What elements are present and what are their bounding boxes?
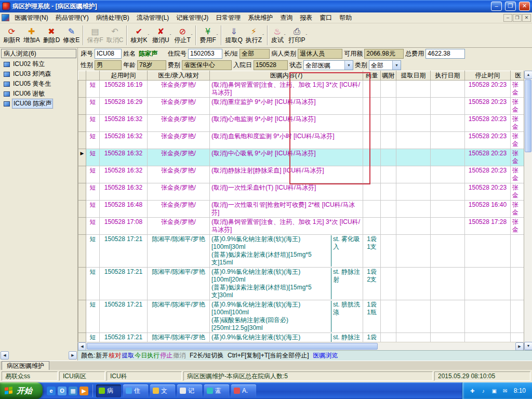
- order-row[interactable]: 短150528 16:32张金炎/罗艳/(取消)静脉注射[静脉采血] [ICU科…: [78, 166, 524, 183]
- menu-item[interactable]: 病情处理(B): [92, 12, 133, 23]
- refresh-button[interactable]: ⟳刷新R: [2, 24, 22, 47]
- dropdown-arrow-icon[interactable]: ˇ: [148, 33, 149, 38]
- volume-icon[interactable]: ♪: [480, 387, 487, 395]
- horizontal-scroll-thumb[interactable]: [87, 343, 378, 350]
- dropdown-arrow-icon[interactable]: ˇ: [191, 33, 193, 38]
- taskbar-window-button[interactable]: 记: [177, 384, 202, 397]
- stop-time-cell: 150528 20:23: [465, 166, 511, 183]
- order-row[interactable]: 短150528 16:32张金炎/罗艳/(取消)一次性采血针(T) [ICU科/…: [78, 183, 524, 201]
- menu-item[interactable]: 帮助: [336, 12, 355, 23]
- menu-item[interactable]: 查询: [276, 12, 296, 23]
- dropdown-arrow-icon[interactable]: ˇ: [284, 33, 286, 38]
- fee-button[interactable]: ¥费用Fˇ: [198, 24, 219, 47]
- sidebar-item-patient[interactable]: ICU08 陈家声: [0, 99, 77, 109]
- orders-browse-link[interactable]: 医嘱浏览: [310, 351, 338, 360]
- taskbar-window-button[interactable]: 文: [150, 384, 175, 397]
- menu-item[interactable]: 日常管理: [212, 12, 244, 23]
- dropdown-arrow-icon[interactable]: ˇ: [170, 33, 171, 38]
- chevron-down-icon[interactable]: ▼: [344, 61, 353, 70]
- order-row[interactable]: 短150528 16:19张金炎/罗艳/(取消)鼻饲管置管[注食、注药、加收 1…: [78, 81, 524, 98]
- order-row[interactable]: ▶短150528 16:32张金炎/罗艳/(取消)中心吸氧 9*小时 [ICU科…: [78, 149, 524, 166]
- scroll-left-icon[interactable]: ◀: [78, 342, 86, 351]
- ie-icon[interactable]: e: [47, 387, 56, 395]
- tab-ward-orders[interactable]: 病区医嘱维护: [2, 361, 49, 370]
- delete-button[interactable]: ✖删除D: [42, 24, 62, 47]
- order-row[interactable]: 短150528 16:48张金炎/罗艳/(取消)一次性吸引管[抢救时可收费] 2…: [78, 201, 524, 218]
- scroll-up-icon[interactable]: ▲: [524, 71, 532, 79]
- bed-input[interactable]: ICU08: [95, 49, 122, 59]
- minimize-button[interactable]: –: [491, 2, 502, 11]
- menu-item[interactable]: 报表: [296, 12, 316, 23]
- taskbar-window-button[interactable]: 病: [96, 384, 121, 397]
- add-button[interactable]: ✚增加A: [22, 24, 42, 47]
- extract-button[interactable]: ⇓提取Q: [223, 24, 244, 47]
- message-icon[interactable]: ✉: [501, 387, 509, 395]
- show-desktop-icon[interactable]: ▦: [69, 387, 77, 395]
- mdi-restore-button[interactable]: ❐: [513, 14, 522, 22]
- taskbar-window-button[interactable]: A.: [231, 384, 256, 397]
- status-select[interactable]: 全部医嘱 ▼: [303, 60, 353, 70]
- antivirus-icon[interactable]: ✚: [469, 387, 476, 395]
- dropdown-arrow-icon[interactable]: ˇ: [217, 33, 218, 38]
- horizontal-scrollbar[interactable]: ◀ ▶: [78, 342, 524, 350]
- scroll-left-icon[interactable]: ◀: [1, 351, 9, 360]
- menu-item[interactable]: 窗口: [316, 12, 336, 23]
- skintest-button[interactable]: ♨皮试ˇ: [270, 24, 287, 47]
- verify-button[interactable]: ✔核对Kˇ: [129, 24, 151, 47]
- close-button[interactable]: ✕: [519, 2, 530, 11]
- outlook-icon[interactable]: O: [58, 387, 66, 395]
- undo-button[interactable]: ✘撤消Uˇ: [151, 24, 172, 47]
- total-fee-input[interactable]: 4622.38: [425, 49, 465, 59]
- order-row[interactable]: 短150528 17:21陈湘平/陈湘平/罗艳(基)0.9%氯化钠注射液(软)(…: [78, 268, 524, 300]
- order-row[interactable]: 短150528 17:21陈湘平/陈湘平/罗艳(基)0.9%氯化钠注射液(软)(…: [78, 235, 524, 268]
- usage-text: st. 雾化吸入: [331, 235, 361, 267]
- dropdown-arrow-icon[interactable]: ˇ: [306, 33, 308, 38]
- network-icon[interactable]: ▣: [490, 387, 498, 395]
- dose-cell: [363, 201, 381, 218]
- order-row[interactable]: 短150528 16:32张金炎/罗艳/(取消)心电监测 9*小时 [ICU科/…: [78, 115, 524, 132]
- taskbar-window-button[interactable]: 蓝: [204, 384, 229, 397]
- type-select[interactable]: 全部 ▼: [369, 60, 401, 70]
- order-row[interactable]: 短150528 16:32张金炎/罗艳/(取消)血氧饱和度监测 9*小时 [IC…: [78, 132, 524, 149]
- taskbar-window-button[interactable]: 住: [123, 384, 148, 397]
- scroll-right-icon[interactable]: ▶: [69, 351, 77, 360]
- edit-button[interactable]: ✎修改E: [61, 24, 81, 47]
- stop-doctor-cell: [511, 268, 524, 300]
- sidebar-item-patient[interactable]: ICU02 韩立: [0, 59, 77, 69]
- sidebar-horizontal-scrollbar[interactable]: ◀ ▶: [0, 350, 78, 361]
- stop-doctor-cell: 张金: [511, 183, 524, 201]
- menu-item[interactable]: 记账管理(J): [172, 12, 212, 23]
- maximize-button[interactable]: ❐: [505, 2, 516, 11]
- start-button[interactable]: 开始: [0, 382, 43, 399]
- menu-item[interactable]: 系统维护: [244, 12, 276, 23]
- sidebar-item-patient[interactable]: ICU03 郑鸿森: [0, 69, 77, 79]
- row-marker: [78, 98, 86, 115]
- admission-no-input[interactable]: 1502053: [188, 49, 222, 59]
- dropdown-arrow-icon[interactable]: ˇ: [262, 33, 264, 38]
- order-row[interactable]: 短150528 17:21陈湘平/陈湘平/罗艳(基)0.9%氯化钠注射液(软)(…: [78, 333, 524, 342]
- execute-button[interactable]: ⚡执行Zˇ: [244, 24, 265, 47]
- menu-item[interactable]: 医嘱管理(N): [11, 12, 52, 23]
- usage-text: st. 静脉注射 微量泵: [331, 334, 361, 342]
- menu-item[interactable]: 药品管理(Y): [52, 12, 92, 23]
- start-time-cell: 150528 16:29: [100, 98, 148, 115]
- sidebar-item-patient[interactable]: ICU06 谢敏: [0, 89, 77, 99]
- chevron-down-icon[interactable]: ▼: [392, 61, 401, 70]
- toolbar-button-label: 执行Z: [246, 36, 262, 44]
- patient-list: ICU02 韩立ICU03 郑鸿森ICU05 黄冬生ICU06 谢敏ICU08 …: [0, 59, 77, 109]
- stop-button[interactable]: ⊘停止Tˇ: [172, 24, 194, 47]
- vertical-scroll-thumb[interactable]: [525, 79, 531, 152]
- media-player-icon[interactable]: ▶: [79, 387, 88, 395]
- drug-line: (取消)一次性采血针(T) [ICU科/马冰芬]: [211, 184, 361, 192]
- sidebar-item-patient[interactable]: ICU05 黄冬生: [0, 79, 77, 89]
- mdi-close-button[interactable]: ✕: [522, 14, 531, 22]
- order-row[interactable]: 短150528 17:21陈湘平/陈湘平/罗艳(基)0.9%氯化钠注射液(软)(…: [78, 300, 524, 333]
- print-button[interactable]: ⎙打印Pˇ: [287, 24, 309, 47]
- order-row[interactable]: 短150528 16:29张金炎/罗艳/(取消)重症监护 9*小时 [ICU科/…: [78, 98, 524, 115]
- menu-item[interactable]: 流动管理(L): [133, 12, 173, 23]
- scroll-right-icon[interactable]: ▶: [515, 342, 524, 351]
- mdi-minimize-button[interactable]: –: [503, 14, 512, 22]
- vertical-scrollbar[interactable]: ▲ ▼: [524, 71, 532, 350]
- order-row[interactable]: 短150528 17:08张金炎/罗艳/(取消)鼻饲管置管[注食、注药、加收 1…: [78, 218, 524, 235]
- scroll-down-icon[interactable]: ▼: [524, 342, 532, 350]
